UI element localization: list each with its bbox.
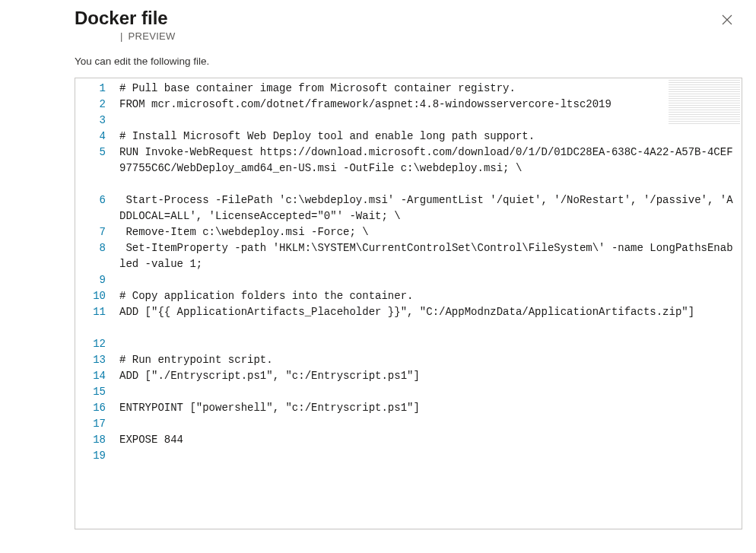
line-number: 11 xyxy=(75,304,106,336)
close-icon xyxy=(721,17,733,28)
code-line[interactable]: Start-Process -FilePath 'c:\webdeploy.ms… xyxy=(119,192,737,224)
code-line[interactable]: # Run entrypoint script. xyxy=(119,352,737,368)
page-title: Docker file xyxy=(75,8,176,29)
divider-bar: | xyxy=(120,30,123,42)
code-line[interactable]: # Install Microsoft Web Deploy tool and … xyxy=(119,129,737,145)
code-line[interactable]: # Copy application folders into the cont… xyxy=(119,288,737,304)
line-number: 8 xyxy=(75,240,106,272)
line-number: 9 xyxy=(75,272,106,288)
code-line[interactable] xyxy=(119,113,737,129)
code-line[interactable] xyxy=(119,384,737,400)
code-line[interactable]: ADD ["{{ ApplicationArtifacts_Placeholde… xyxy=(119,304,737,336)
line-number: 16 xyxy=(75,400,106,416)
line-number: 15 xyxy=(75,384,106,400)
line-number: 5 xyxy=(75,145,106,192)
code-line[interactable]: ENTRYPOINT ["powershell", "c:/Entryscrip… xyxy=(119,400,737,416)
code-line[interactable] xyxy=(119,272,737,288)
code-line[interactable]: Set-ItemProperty -path 'HKLM:\SYSTEM\Cur… xyxy=(119,240,737,272)
line-number: 18 xyxy=(75,432,106,448)
code-line[interactable]: # Pull base container image from Microso… xyxy=(119,81,737,97)
instruction-text: You can edit the following file. xyxy=(75,56,756,67)
title-block: Docker file | PREVIEW xyxy=(75,8,176,56)
code-line[interactable]: Remove-Item c:\webdeploy.msi -Force; \ xyxy=(119,224,737,240)
line-number: 19 xyxy=(75,448,106,464)
line-number-gutter: 12345678910111213141516171819 xyxy=(75,78,116,529)
close-button[interactable] xyxy=(716,9,738,30)
code-line[interactable] xyxy=(119,336,737,352)
code-line[interactable]: RUN Invoke-WebRequest https://download.m… xyxy=(119,145,737,192)
code-line[interactable] xyxy=(119,416,737,432)
line-number: 6 xyxy=(75,192,106,224)
line-number: 12 xyxy=(75,336,106,352)
panel-header: Docker file | PREVIEW xyxy=(75,0,756,56)
line-number: 13 xyxy=(75,352,106,368)
editor-scroll-area[interactable]: 12345678910111213141516171819 # Pull bas… xyxy=(75,78,742,529)
code-content[interactable]: # Pull base container image from Microso… xyxy=(116,78,742,529)
code-line[interactable]: FROM mcr.microsoft.com/dotnet/framework/… xyxy=(119,97,737,113)
code-line[interactable]: ADD ["./Entryscript.ps1", "c:/Entryscrip… xyxy=(119,368,737,384)
line-number: 4 xyxy=(75,129,106,145)
preview-label: PREVIEW xyxy=(129,30,176,42)
line-number: 1 xyxy=(75,81,106,97)
line-number: 3 xyxy=(75,113,106,129)
line-number: 2 xyxy=(75,97,106,113)
line-number: 7 xyxy=(75,224,106,240)
line-number: 10 xyxy=(75,288,106,304)
line-number: 17 xyxy=(75,416,106,432)
code-editor[interactable]: 12345678910111213141516171819 # Pull bas… xyxy=(75,78,742,529)
preview-badge-row: | PREVIEW xyxy=(75,30,176,42)
docker-file-panel: Docker file | PREVIEW You can edit the f… xyxy=(0,0,756,553)
code-line[interactable]: EXPOSE 844 xyxy=(119,432,737,448)
line-number: 14 xyxy=(75,368,106,384)
code-line[interactable] xyxy=(119,448,737,464)
